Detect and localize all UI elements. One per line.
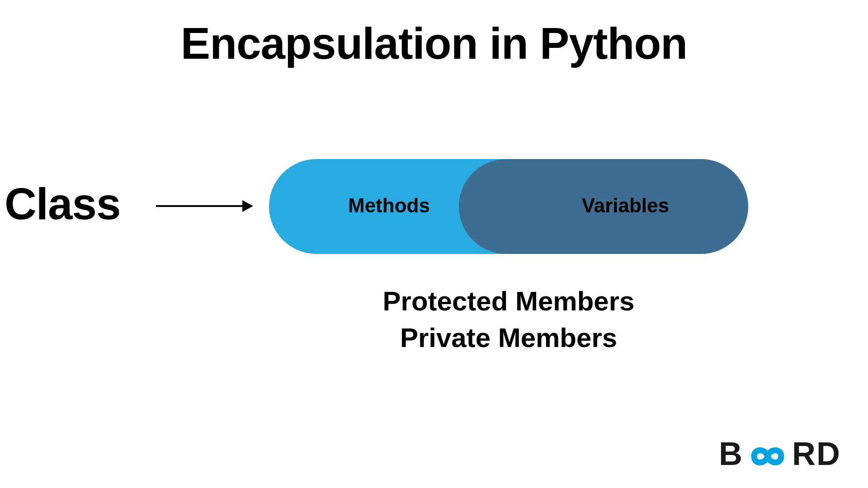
brand-logo: B RD bbox=[719, 435, 841, 472]
arrow-line bbox=[156, 205, 244, 207]
class-label: Class bbox=[5, 178, 121, 230]
methods-label: Methods bbox=[348, 194, 430, 217]
members-group: Protected Members Private Members bbox=[269, 283, 748, 356]
variables-label: Variables bbox=[582, 194, 669, 217]
protected-members-label: Protected Members bbox=[269, 283, 748, 319]
arrow-icon bbox=[156, 203, 253, 208]
page-title: Encapsulation in Python bbox=[0, 18, 868, 69]
capsule-container: Methods Variables bbox=[269, 159, 748, 254]
arrow-head bbox=[242, 200, 253, 212]
logo-text-b: B bbox=[719, 435, 743, 472]
private-members-label: Private Members bbox=[269, 319, 748, 356]
logo-text-rd: RD bbox=[792, 435, 841, 472]
infinity-icon bbox=[741, 440, 795, 467]
